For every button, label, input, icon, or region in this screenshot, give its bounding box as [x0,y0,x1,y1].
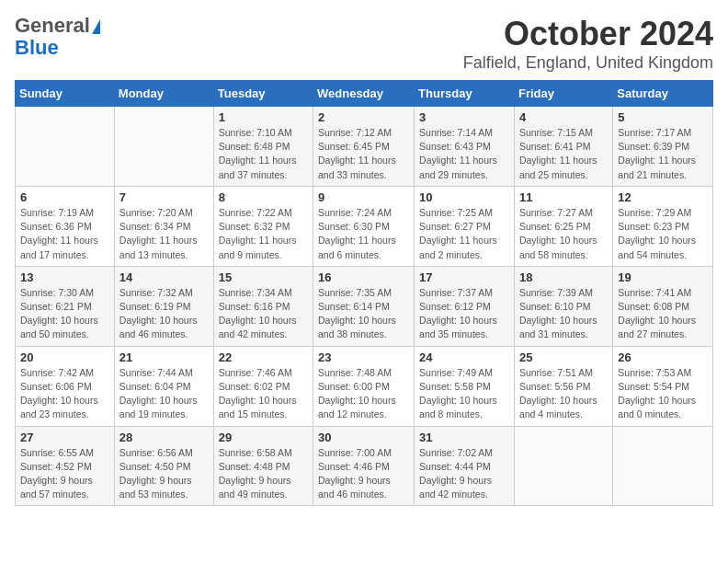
day-detail: Sunrise: 7:44 AM Sunset: 6:04 PM Dayligh… [119,366,209,422]
day-number: 19 [618,270,708,284]
day-number: 16 [318,270,409,284]
day-number: 29 [219,431,308,444]
day-detail: Sunrise: 7:53 AM Sunset: 5:54 PM Dayligh… [618,366,708,422]
day-number: 4 [519,110,608,124]
day-number: 31 [419,431,509,444]
day-number: 30 [318,431,409,444]
logo: General Blue [15,15,100,59]
day-cell: 16Sunrise: 7:35 AM Sunset: 6:14 PM Dayli… [313,266,415,346]
day-cell: 5Sunrise: 7:17 AM Sunset: 6:39 PM Daylig… [613,107,713,187]
day-cell: 15Sunrise: 7:34 AM Sunset: 6:16 PM Dayli… [213,266,313,346]
day-detail: Sunrise: 7:27 AM Sunset: 6:25 PM Dayligh… [519,206,608,262]
day-detail: Sunrise: 7:00 AM Sunset: 4:46 PM Dayligh… [318,446,409,502]
day-cell: 4Sunrise: 7:15 AM Sunset: 6:41 PM Daylig… [514,107,612,187]
day-number: 5 [618,110,708,124]
day-detail: Sunrise: 7:19 AM Sunset: 6:36 PM Dayligh… [20,206,109,262]
day-cell: 9Sunrise: 7:24 AM Sunset: 6:30 PM Daylig… [313,186,415,266]
day-detail: Sunrise: 7:15 AM Sunset: 6:41 PM Dayligh… [519,126,608,182]
day-number: 2 [318,110,409,124]
day-cell [613,426,713,506]
day-cell: 23Sunrise: 7:48 AM Sunset: 6:00 PM Dayli… [313,346,415,426]
day-detail: Sunrise: 7:20 AM Sunset: 6:34 PM Dayligh… [119,206,209,262]
day-number: 11 [519,190,608,204]
day-detail: Sunrise: 7:37 AM Sunset: 6:12 PM Dayligh… [419,286,509,342]
day-detail: Sunrise: 7:30 AM Sunset: 6:21 PM Dayligh… [20,286,109,342]
calendar-subtitle: Falfield, England, United Kingdom [463,53,713,73]
day-detail: Sunrise: 6:55 AM Sunset: 4:52 PM Dayligh… [20,446,109,502]
day-detail: Sunrise: 7:48 AM Sunset: 6:00 PM Dayligh… [318,366,409,422]
day-cell: 21Sunrise: 7:44 AM Sunset: 6:04 PM Dayli… [114,346,213,426]
day-number: 13 [20,270,109,284]
day-number: 10 [419,190,509,204]
calendar-header-row: SundayMondayTuesdayWednesdayThursdayFrid… [16,81,713,107]
day-number: 9 [318,190,409,204]
day-detail: Sunrise: 7:29 AM Sunset: 6:23 PM Dayligh… [618,206,708,262]
day-cell: 1Sunrise: 7:10 AM Sunset: 6:48 PM Daylig… [213,107,313,187]
day-cell: 29Sunrise: 6:58 AM Sunset: 4:48 PM Dayli… [213,426,313,506]
day-detail: Sunrise: 7:41 AM Sunset: 6:08 PM Dayligh… [618,286,708,342]
day-number: 24 [419,350,509,364]
day-detail: Sunrise: 7:25 AM Sunset: 6:27 PM Dayligh… [419,206,509,262]
header-cell-tuesday: Tuesday [213,81,313,107]
day-detail: Sunrise: 6:56 AM Sunset: 4:50 PM Dayligh… [119,446,209,502]
week-row-2: 6Sunrise: 7:19 AM Sunset: 6:36 PM Daylig… [16,186,713,266]
week-row-5: 27Sunrise: 6:55 AM Sunset: 4:52 PM Dayli… [16,426,713,506]
day-number: 7 [119,190,209,204]
day-cell [16,107,115,187]
day-number: 1 [219,110,308,124]
day-cell [114,107,213,187]
header-cell-sunday: Sunday [16,81,115,107]
day-cell: 19Sunrise: 7:41 AM Sunset: 6:08 PM Dayli… [613,266,713,346]
week-row-3: 13Sunrise: 7:30 AM Sunset: 6:21 PM Dayli… [16,266,713,346]
header: General Blue October 2024 Falfield, Engl… [15,15,713,73]
day-cell: 27Sunrise: 6:55 AM Sunset: 4:52 PM Dayli… [16,426,115,506]
day-cell: 25Sunrise: 7:51 AM Sunset: 5:56 PM Dayli… [514,346,612,426]
day-cell: 6Sunrise: 7:19 AM Sunset: 6:36 PM Daylig… [16,186,115,266]
day-cell [514,426,612,506]
calendar-title: October 2024 [463,15,713,53]
calendar-body: 1Sunrise: 7:10 AM Sunset: 6:48 PM Daylig… [16,107,713,506]
day-number: 18 [519,270,608,284]
day-number: 12 [618,190,708,204]
title-block: October 2024 Falfield, England, United K… [463,15,713,73]
week-row-4: 20Sunrise: 7:42 AM Sunset: 6:06 PM Dayli… [16,346,713,426]
header-cell-monday: Monday [114,81,213,107]
day-cell: 8Sunrise: 7:22 AM Sunset: 6:32 PM Daylig… [213,186,313,266]
day-detail: Sunrise: 7:42 AM Sunset: 6:06 PM Dayligh… [20,366,109,422]
day-number: 21 [119,350,209,364]
day-number: 15 [219,270,308,284]
header-cell-friday: Friday [514,81,612,107]
day-number: 14 [119,270,209,284]
day-detail: Sunrise: 6:58 AM Sunset: 4:48 PM Dayligh… [219,446,308,502]
day-cell: 24Sunrise: 7:49 AM Sunset: 5:58 PM Dayli… [415,346,515,426]
day-cell: 14Sunrise: 7:32 AM Sunset: 6:19 PM Dayli… [114,266,213,346]
day-cell: 30Sunrise: 7:00 AM Sunset: 4:46 PM Dayli… [313,426,415,506]
day-number: 20 [20,350,109,364]
day-number: 23 [318,350,409,364]
day-cell: 12Sunrise: 7:29 AM Sunset: 6:23 PM Dayli… [613,186,713,266]
day-detail: Sunrise: 7:46 AM Sunset: 6:02 PM Dayligh… [219,366,308,422]
calendar-table: SundayMondayTuesdayWednesdayThursdayFrid… [15,80,713,506]
day-detail: Sunrise: 7:35 AM Sunset: 6:14 PM Dayligh… [318,286,409,342]
day-cell: 20Sunrise: 7:42 AM Sunset: 6:06 PM Dayli… [16,346,115,426]
day-detail: Sunrise: 7:32 AM Sunset: 6:19 PM Dayligh… [119,286,209,342]
week-row-1: 1Sunrise: 7:10 AM Sunset: 6:48 PM Daylig… [16,107,713,187]
day-cell: 7Sunrise: 7:20 AM Sunset: 6:34 PM Daylig… [114,186,213,266]
day-detail: Sunrise: 7:24 AM Sunset: 6:30 PM Dayligh… [318,206,409,262]
day-cell: 11Sunrise: 7:27 AM Sunset: 6:25 PM Dayli… [514,186,612,266]
day-cell: 28Sunrise: 6:56 AM Sunset: 4:50 PM Dayli… [114,426,213,506]
day-cell: 3Sunrise: 7:14 AM Sunset: 6:43 PM Daylig… [415,107,515,187]
day-detail: Sunrise: 7:17 AM Sunset: 6:39 PM Dayligh… [618,126,708,182]
day-number: 27 [20,431,109,444]
day-detail: Sunrise: 7:34 AM Sunset: 6:16 PM Dayligh… [219,286,308,342]
day-cell: 10Sunrise: 7:25 AM Sunset: 6:27 PM Dayli… [415,186,515,266]
day-cell: 2Sunrise: 7:12 AM Sunset: 6:45 PM Daylig… [313,107,415,187]
day-number: 6 [20,190,109,204]
day-number: 22 [219,350,308,364]
day-cell: 18Sunrise: 7:39 AM Sunset: 6:10 PM Dayli… [514,266,612,346]
header-cell-thursday: Thursday [415,81,515,107]
day-detail: Sunrise: 7:14 AM Sunset: 6:43 PM Dayligh… [419,126,509,182]
day-cell: 17Sunrise: 7:37 AM Sunset: 6:12 PM Dayli… [415,266,515,346]
day-number: 17 [419,270,509,284]
day-detail: Sunrise: 7:51 AM Sunset: 5:56 PM Dayligh… [519,366,608,422]
